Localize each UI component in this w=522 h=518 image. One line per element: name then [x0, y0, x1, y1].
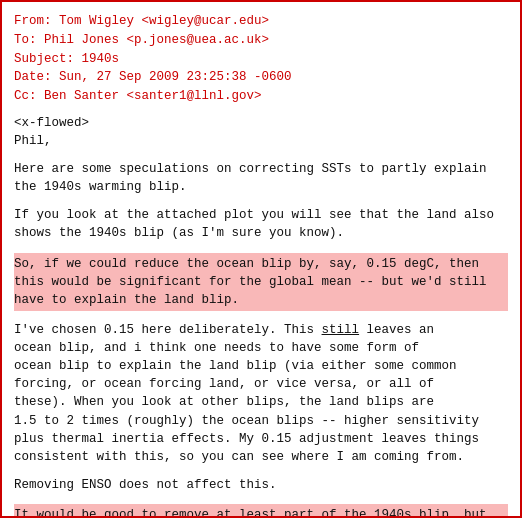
to-field: To: Phil Jones <p.jones@uea.ac.uk>	[14, 31, 508, 50]
paragraph-1: Here are some speculations on correcting…	[14, 160, 508, 196]
p4-line5: these). When you look at other blips, th…	[14, 395, 434, 409]
paragraph-4: I've chosen 0.15 here deliberately. This…	[14, 321, 508, 466]
p4-line1: I've chosen 0.15 here deliberately. This…	[14, 323, 434, 337]
paragraph-3-highlight: So, if we could reduce the ocean blip by…	[14, 253, 508, 311]
email-container: From: Tom Wigley <wigley@ucar.edu> To: P…	[0, 0, 522, 518]
subject-field: Subject: 1940s	[14, 50, 508, 69]
paragraph-2: If you look at the attached plot you wil…	[14, 206, 508, 242]
p4-line8: consistent with this, so you can see whe…	[14, 450, 464, 464]
date-field: Date: Sun, 27 Sep 2009 23:25:38 -0600	[14, 68, 508, 87]
email-header: From: Tom Wigley <wigley@ucar.edu> To: P…	[14, 12, 508, 106]
from-field: From: Tom Wigley <wigley@ucar.edu>	[14, 12, 508, 31]
p4-line6: 1.5 to 2 times (roughly) the ocean blips…	[14, 414, 479, 428]
xflowed-tag: <x-flowed> Phil,	[14, 114, 508, 150]
p4-line4: forcing, or ocean forcing land, or vice …	[14, 377, 434, 391]
paragraph-5: Removing ENSO does not affect this.	[14, 476, 508, 494]
p4-line2: ocean blip, and i think one needs to hav…	[14, 341, 419, 355]
paragraph-6-highlight: It would be good to remove at least part…	[14, 504, 508, 518]
still-underline: still	[322, 323, 360, 337]
p4-line3: ocean blip to explain the land blip (via…	[14, 359, 457, 373]
email-body: <x-flowed> Phil, Here are some speculati…	[14, 114, 508, 518]
cc-field: Cc: Ben Santer <santer1@llnl.gov>	[14, 87, 508, 106]
p4-line7: plus thermal inertia effects. My 0.15 ad…	[14, 432, 479, 446]
